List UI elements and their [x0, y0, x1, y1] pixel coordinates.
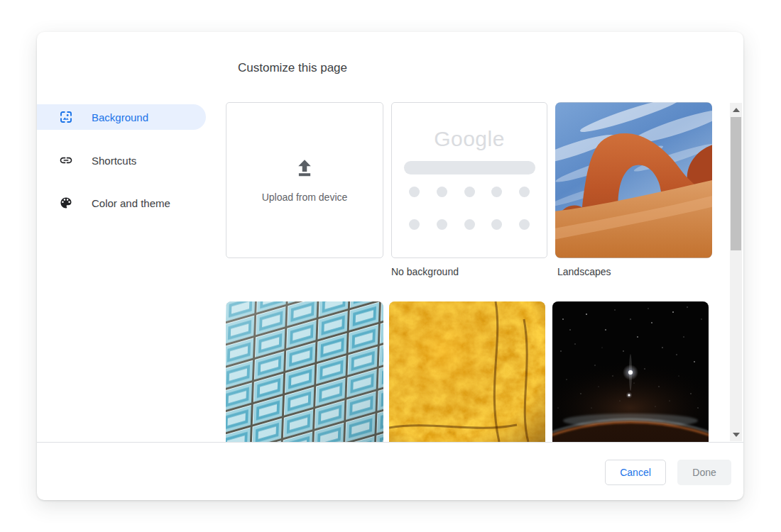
upload-from-device-label: Upload from device	[262, 192, 348, 203]
no-background-card[interactable]: Google	[391, 102, 547, 258]
scroll-down-button[interactable]	[730, 429, 742, 440]
planet-horizon-image	[552, 301, 709, 442]
background-tile-orange-texture[interactable]	[389, 301, 545, 442]
sidebar-item-label: Shortcuts	[92, 155, 136, 167]
scrollbar-track[interactable]	[730, 103, 742, 441]
upload-arrow-icon	[294, 157, 315, 182]
link-icon	[59, 153, 73, 167]
image-frame-icon	[59, 110, 73, 124]
landscapes-label: Landscapes	[557, 266, 611, 277]
sidebar-item-color-theme[interactable]: Color and theme	[37, 190, 206, 216]
page-background: Customize this page Ba	[0, 0, 781, 532]
scroll-up-button[interactable]	[730, 104, 742, 115]
palette-icon	[59, 196, 73, 210]
no-background-label: No background	[391, 266, 459, 277]
sidebar-item-shortcuts[interactable]: Shortcuts	[37, 148, 206, 173]
delicate-arch-image	[555, 102, 712, 258]
shortcut-dots-row	[409, 187, 530, 197]
upload-from-device-card[interactable]: Upload from device	[226, 102, 383, 258]
cancel-button[interactable]: Cancel	[605, 460, 666, 485]
shortcut-dots-row	[409, 219, 530, 230]
footer-divider	[37, 442, 743, 443]
triangle-down-icon	[733, 433, 740, 437]
google-logo-placeholder: Google	[434, 127, 505, 151]
done-button[interactable]: Done	[677, 460, 731, 485]
search-bar-placeholder	[404, 161, 535, 174]
scrollbar-thumb[interactable]	[731, 117, 741, 250]
background-tile-space-horizon[interactable]	[552, 301, 709, 442]
dialog-title: Customize this page	[238, 61, 347, 75]
triangle-up-icon	[733, 108, 740, 112]
blue-glass-pattern-image	[226, 301, 383, 442]
sidebar-item-label: Color and theme	[92, 197, 170, 209]
orange-texture-image	[389, 301, 545, 442]
customize-dialog: Customize this page Ba	[37, 32, 743, 500]
sidebar-item-background[interactable]: Background	[37, 104, 206, 130]
background-tile-blue-glass[interactable]	[226, 301, 383, 442]
sidebar-item-label: Background	[92, 111, 148, 123]
collection-tile-landscapes[interactable]	[555, 102, 712, 258]
